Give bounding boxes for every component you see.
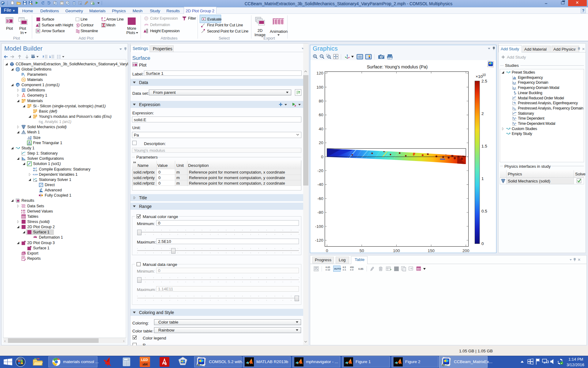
svg-text:1: 1 (481, 176, 484, 181)
svg-text:200: 200 (462, 248, 469, 253)
svg-text:60: 60 (319, 113, 323, 117)
svg-text:-100: -100 (315, 224, 323, 229)
svg-text:10: 10 (482, 73, 486, 77)
svg-text:150: 150 (428, 248, 435, 253)
svg-text:100: 100 (316, 85, 323, 90)
svg-text:Ω: Ω (17, 83, 19, 86)
svg-text:8.85: 8.85 (21, 209, 25, 211)
svg-text:P: P (21, 72, 24, 77)
svg-text:0.5: 0.5 (481, 209, 487, 213)
svg-text:100: 100 (393, 248, 400, 253)
svg-text:e-12: e-12 (21, 211, 25, 213)
svg-text:20: 20 (319, 140, 323, 145)
svg-text:-60: -60 (317, 196, 323, 201)
svg-text:0: 0 (321, 155, 323, 159)
svg-text:LED: LED (141, 358, 148, 362)
svg-text:-40: -40 (317, 182, 323, 187)
svg-text:80: 80 (319, 99, 323, 103)
svg-text:x64: x64 (142, 363, 148, 366)
svg-text:-120: -120 (315, 238, 323, 243)
svg-text:0: 0 (128, 358, 129, 360)
svg-text:2: 2 (481, 111, 484, 116)
svg-text:×10: ×10 (476, 74, 483, 79)
svg-text:0: 0 (326, 248, 328, 253)
svg-text:u,v,w: u,v,w (33, 173, 38, 176)
svg-text:0: 0 (481, 241, 484, 246)
svg-text:Surface: Young's modulus (Pa): Surface: Young's modulus (Pa) (367, 64, 428, 69)
svg-text:1.5: 1.5 (481, 144, 487, 148)
svg-text:120: 120 (316, 71, 323, 75)
svg-text:40: 40 (319, 127, 323, 131)
svg-text:50: 50 (360, 248, 364, 253)
svg-text:2.5: 2.5 (481, 79, 487, 83)
svg-text:-80: -80 (317, 210, 323, 215)
svg-text:at: at (33, 169, 35, 171)
svg-text:-20: -20 (317, 168, 323, 173)
svg-text:i: i (24, 74, 25, 77)
